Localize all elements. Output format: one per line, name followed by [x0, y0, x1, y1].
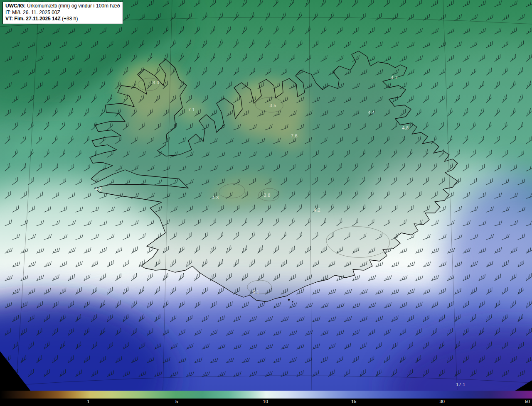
- precipitation-wind-map: [0, 0, 532, 406]
- lead-time: (+38 h): [62, 16, 78, 22]
- init-time: IT: Mið. 26. 11. 2025 00Z: [5, 10, 120, 16]
- colorbar-tick-label: 10: [263, 399, 268, 404]
- colorbar-tick-label: 30: [440, 399, 445, 404]
- colorbar-tick-label: 15: [351, 399, 356, 404]
- title-line-3: VT: Fim. 27.11.2025 14Z (+38 h): [5, 16, 120, 22]
- colorbar-tick-label: 1: [87, 399, 89, 404]
- colorbar-tick-label: 50: [525, 399, 530, 404]
- colorbar-ticks: 1510153050: [0, 399, 532, 406]
- colorbar: 1510153050: [0, 391, 532, 406]
- colorbar-tick-label: 5: [175, 399, 178, 404]
- colorbar-gradient: [0, 391, 532, 399]
- weather-map-stage: 3.07.13.57.64.74.44.84.84.33.84.26.117.1…: [0, 0, 532, 406]
- product-code: UWC/IG:: [5, 3, 26, 9]
- valid-time: VT: Fim. 27.11.2025 14Z: [5, 16, 61, 22]
- title-line-1: UWC/IG: Úrkomumætti (mm) og vindur í 100…: [5, 3, 120, 10]
- map-title-box: UWC/IG: Úrkomumætti (mm) og vindur í 100…: [2, 2, 123, 24]
- product-title: Úrkomumætti (mm) og vindur í 100m hæð: [27, 3, 120, 9]
